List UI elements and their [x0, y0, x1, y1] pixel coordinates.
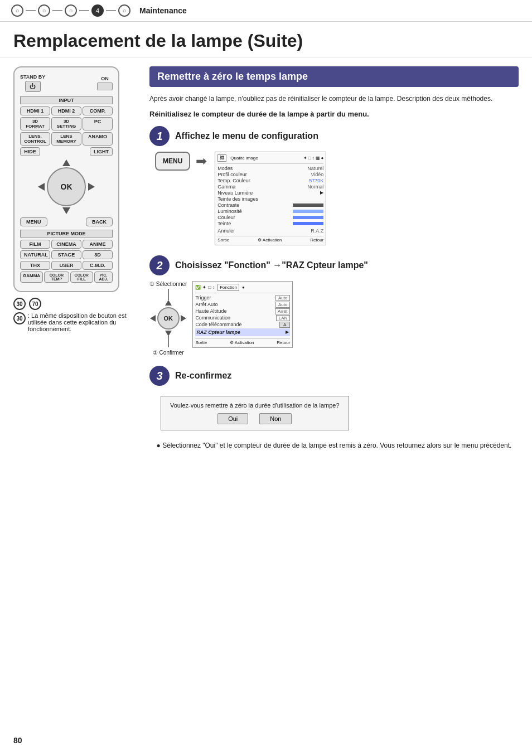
back-btn[interactable]: BACK [86, 217, 113, 226]
top-header: ○ ○ ○ 4 ○ Maintenance [0, 0, 532, 22]
ok-btn[interactable]: OK [47, 167, 86, 206]
menu2-tab-icon: Fonction [217, 284, 239, 291]
main-content: STAND BY ⏻ ON INPUT HDMI 1 HDMI 2 COMP. … [0, 57, 532, 459]
menu2-haute-row: Haute Altitude Arrêt [195, 308, 290, 314]
color-file-btn[interactable]: COLOR FILE [70, 272, 93, 283]
anime-btn[interactable]: ANIME [83, 240, 113, 249]
header-title: Maintenance [139, 6, 187, 15]
menu-btn[interactable]: MENU [20, 217, 47, 226]
menu-contraste-row: Contraste [217, 202, 323, 208]
right-panel: Remettre à zéro le temps lampe Après avo… [149, 66, 519, 450]
step2-header: 2 Choisissez "Fonction" →"RAZ Cpteur lam… [149, 255, 519, 275]
bottom-note: ● Sélectionnez "Oui" et le compteur de d… [149, 440, 519, 450]
note-circle-30: 30 [13, 298, 26, 310]
menu-tab-label: Qualité image [230, 156, 258, 161]
stage-btn[interactable]: STAGE [51, 250, 81, 259]
format3d-btn[interactable]: 3D FORMAT [20, 117, 50, 130]
menu-annuler-row: Annuler R.A.Z [217, 228, 323, 234]
remote-notes: 30 70 30 : La même disposition de bouton… [13, 298, 136, 332]
ok-mini-btn[interactable]: OK [157, 307, 180, 329]
cmd-btn[interactable]: C.M.D. [83, 261, 113, 270]
step3-content: Voulez-vous remettre à zéro la durée d'u… [161, 391, 519, 430]
light-btn[interactable]: LIGHT [90, 147, 113, 156]
step2-content: ① Sélectionner OK ② Con [149, 281, 519, 356]
menu-teinte2-row: Teinte [217, 221, 323, 226]
step3-title: Re-confirmez [175, 371, 231, 381]
on-indicator [97, 83, 113, 90]
hide-btn[interactable]: HIDE [20, 147, 40, 156]
step-line-1 [26, 10, 36, 11]
step2-left: ① Sélectionner OK ② Con [149, 281, 187, 356]
natural-btn[interactable]: NATURAL [20, 250, 50, 259]
menu-btn-illus[interactable]: MENU [155, 152, 190, 171]
step1-number: 1 [149, 126, 170, 146]
menu2-header-row: ✅ ✦ □ ↕ Fonction ● [195, 284, 290, 293]
menu-screenshot-2: ✅ ✦ □ ↕ Fonction ● Trigger Auto Arrêt Au… [192, 281, 293, 348]
gamma-btn[interactable]: GAMMA [20, 272, 43, 283]
step3-header: 3 Re-confirmez [149, 366, 519, 386]
menu-back-row: MENU BACK [20, 217, 113, 226]
film-btn[interactable]: FILM [20, 240, 50, 249]
menu-niveau-row: Niveau Lumière ▶ [217, 190, 323, 196]
note-circles: 30 70 [13, 298, 136, 310]
menu-screenshot-1: 🖼 Qualité image ✦ □ ↕ ▦ ● Modes Naturel [215, 152, 326, 245]
non-btn[interactable]: Non [259, 413, 292, 424]
note-text: : La même disposition de bouton est util… [28, 312, 136, 332]
color-temp-btn[interactable]: COLOR TEMP [44, 272, 69, 283]
confirm-dialog: Voulez-vous remettre à zéro la durée d'u… [161, 396, 349, 430]
menu2-comm-row: Communication LAN [195, 315, 290, 321]
step2-block: 2 Choisissez "Fonction" →"RAZ Cpteur lam… [149, 255, 519, 356]
page-number: 80 [13, 736, 22, 745]
picture-row3: THX USER C.M.D. [20, 261, 113, 270]
threed-btn[interactable]: 3D [83, 250, 113, 259]
standby-section: STAND BY ⏻ ON [20, 74, 113, 92]
picture-row1: FILM CINEMA ANIME [20, 240, 113, 249]
oui-btn[interactable]: Oui [217, 413, 248, 424]
menu-modes-row: Modes Naturel [217, 166, 323, 171]
ok-area: OK [20, 159, 113, 214]
step-line-4 [106, 10, 116, 11]
menu-header-row: 🖼 Qualité image ✦ □ ↕ ▦ ● [217, 154, 323, 164]
picture-row2: NATURAL STAGE 3D [20, 250, 113, 259]
confirm-arrow-line [166, 336, 171, 347]
menu-footer: Sortie ⚙ Activation Retour [217, 236, 323, 243]
step3-block: 3 Re-confirmez Voulez-vous remettre à zé… [149, 366, 519, 430]
thx-btn[interactable]: THX [20, 261, 50, 270]
anamo-btn[interactable]: ANAMO [83, 132, 113, 146]
lens-memory-btn[interactable]: LENS MEMORY [51, 132, 81, 146]
menu2-raz-row: RAZ Cpteur lampe ▶ [195, 328, 290, 336]
lens-control-btn[interactable]: LENS. CONTROL [20, 132, 50, 146]
cinema-btn[interactable]: CINEMA [51, 240, 81, 249]
standby-label: STAND BY [20, 74, 45, 80]
on-label: ON [101, 76, 109, 81]
arrow-right-icon: ➡ [196, 153, 207, 169]
step3-number: 3 [149, 366, 170, 386]
pic-adj-btn[interactable]: PIC. ADJ. [94, 272, 113, 283]
menu-luminosite-row: Luminosité [217, 209, 323, 214]
menu-gamma-row: Gamma Normal [217, 184, 323, 190]
setting3d-btn[interactable]: 3D SETTING [51, 117, 81, 130]
pc-btn[interactable]: PC [83, 117, 113, 130]
step1-block: 1 Affichez le menu de configuration MENU… [149, 126, 519, 245]
hdmi1-btn[interactable]: HDMI 1 [20, 106, 50, 115]
user-btn[interactable]: USER [51, 261, 81, 270]
confirm-question: Voulez-vous remettre à zéro la durée d'u… [170, 402, 340, 409]
confirm-label: ② Confirmer [153, 350, 184, 356]
standby-btn[interactable]: ⏻ [25, 81, 41, 92]
hdmi2-btn[interactable]: HDMI 2 [51, 106, 81, 115]
sub-title: Réinitialisez le compteur de durée de la… [149, 109, 519, 119]
comp-btn[interactable]: COMP. [83, 106, 113, 115]
lens-row: LENS. CONTROL LENS MEMORY ANAMO [20, 132, 113, 146]
intro-text: Après avoir changé la lampe, n'oubliez p… [149, 94, 519, 104]
input-label: INPUT [20, 96, 113, 104]
selector-arrow-line [166, 289, 171, 300]
menu-illustration: MENU ➡ [155, 152, 207, 171]
left-panel: STAND BY ⏻ ON INPUT HDMI 1 HDMI 2 COMP. … [13, 66, 136, 450]
section-title-box: Remettre à zéro le temps lampe [149, 66, 519, 87]
menu2-code-row: Code télécommande A [195, 322, 290, 328]
step-line-3 [79, 10, 89, 11]
step-circle-2: ○ [38, 4, 50, 17]
menu-temp-row: Temp. Couleur 5770K [217, 178, 323, 183]
picture-mode-label: PICTURE MODE [20, 230, 113, 238]
menu-couleur-row: Couleur [217, 215, 323, 220]
